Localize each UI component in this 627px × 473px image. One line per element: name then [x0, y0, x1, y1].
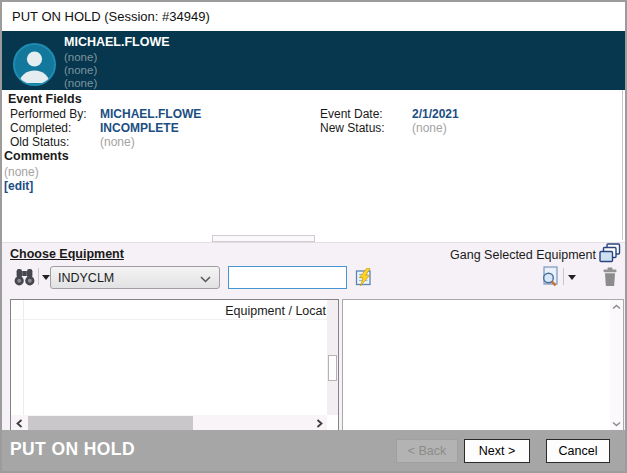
field-value-old-status: (none): [100, 135, 135, 149]
scroll-up-button[interactable]: [610, 300, 623, 314]
event-fields-heading: Event Fields: [8, 92, 82, 106]
vertical-scrollbar[interactable]: [610, 300, 623, 431]
field-value-event-date: 2/1/2021: [412, 107, 459, 121]
splitter-grip[interactable]: [212, 235, 315, 242]
profile-line: (none): [64, 77, 97, 89]
field-label: Performed By:: [10, 107, 87, 121]
field-label: Completed:: [10, 121, 71, 135]
preview-document-icon[interactable]: [540, 266, 560, 287]
equipment-list-body[interactable]: [11, 320, 327, 415]
title-bar: PUT ON HOLD (Session: #34949): [2, 2, 625, 31]
binoculars-icon[interactable]: [14, 267, 35, 287]
chevron-right-icon: [316, 419, 323, 428]
section-right-border: [622, 90, 623, 240]
profile-name: MICHAEL.FLOWE: [64, 35, 170, 49]
profile-line: (none): [64, 51, 97, 63]
profile-line: (none): [64, 64, 97, 76]
field-value-completed: INCOMPLETE: [100, 121, 179, 135]
field-value-performed-by: MICHAEL.FLOWE: [100, 107, 201, 121]
comments-value: (none): [4, 165, 39, 179]
preview-dropdown-arrow-icon[interactable]: [567, 274, 577, 282]
gang-cascade-icon[interactable]: [599, 243, 621, 264]
filter-selected-value: INDYCLM: [58, 271, 114, 285]
toolbar-separator: [563, 268, 564, 285]
field-label: Event Date:: [320, 107, 383, 121]
field-label: New Status:: [320, 121, 385, 135]
chevron-left-icon: [16, 419, 23, 428]
vertical-scrollbar[interactable]: [327, 300, 338, 415]
edit-comments-link[interactable]: [edit]: [4, 179, 33, 193]
horizontal-scrollbar[interactable]: [11, 415, 327, 431]
equipment-section: Choose Equipment Gang Selected Equipment…: [2, 242, 625, 430]
equipment-list-header[interactable]: Equipment / Locat: [11, 300, 327, 320]
avatar-icon: [12, 42, 57, 87]
next-button[interactable]: Next >: [464, 439, 530, 463]
edit-form-lightning-icon[interactable]: [355, 268, 374, 287]
choose-equipment-link[interactable]: Choose Equipment: [10, 247, 124, 261]
equipment-list-header-label: Equipment / Locat: [225, 304, 326, 318]
footer-bar: PUT ON HOLD < Back Next > Cancel: [2, 430, 625, 471]
equipment-search-input[interactable]: [228, 266, 347, 289]
field-label: Old Status:: [10, 135, 69, 149]
trash-icon[interactable]: [602, 267, 618, 286]
back-button[interactable]: < Back: [396, 439, 458, 463]
footer-title: PUT ON HOLD: [10, 439, 135, 460]
selected-equipment-body[interactable]: [343, 300, 610, 431]
filter-combobox[interactable]: INDYCLM: [50, 266, 220, 289]
chevron-down-icon: [612, 421, 621, 427]
equipment-list-panel: Equipment / Locat: [10, 299, 339, 432]
cancel-button[interactable]: Cancel: [546, 439, 610, 463]
field-value-new-status: (none): [412, 121, 447, 135]
scroll-left-button[interactable]: [11, 415, 27, 431]
chevron-up-icon: [612, 304, 621, 310]
put-on-hold-dialog: PUT ON HOLD (Session: #34949) MICHAEL.FL…: [0, 0, 627, 473]
vertical-scrollbar-thumb[interactable]: [328, 355, 337, 381]
scroll-right-button[interactable]: [311, 415, 327, 431]
gang-selected-label: Gang Selected Equipment: [450, 248, 596, 262]
horizontal-scrollbar-thumb[interactable]: [28, 416, 193, 430]
dialog-title: PUT ON HOLD (Session: #34949): [12, 9, 210, 24]
chevron-down-icon: [200, 276, 211, 283]
selected-equipment-panel: [342, 299, 624, 432]
comments-heading: Comments: [4, 149, 69, 163]
scroll-down-button[interactable]: [610, 417, 623, 431]
profile-banner: MICHAEL.FLOWE (none) (none) (none): [2, 31, 625, 90]
toolbar-separator: [38, 268, 39, 285]
